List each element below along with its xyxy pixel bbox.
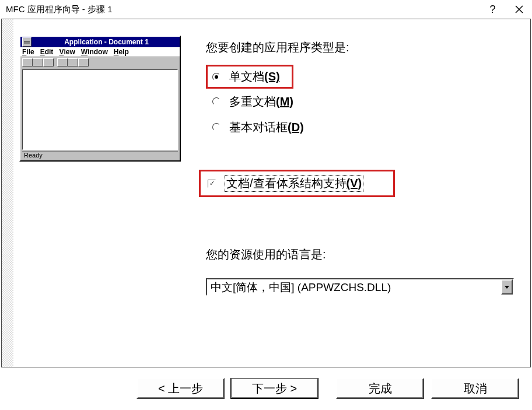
finish-button[interactable]: 完成 — [336, 378, 424, 399]
combobox-selected-text: 中文[简体，中国] (APPWZCHS.DLL) — [207, 279, 501, 295]
radio-multiple-documents[interactable]: 多重文档(M) — [206, 89, 304, 114]
titlebar: MFC 应用程序向导 - 步骤 1 ? — [0, 0, 532, 19]
preview-tool-button — [57, 58, 68, 66]
radio-label: 单文档(S) — [229, 69, 280, 85]
checkbox-label: 文档/查看体系结构支持(V) — [225, 175, 363, 192]
preview-tool-button — [43, 58, 54, 66]
preview-menu-file: File — [22, 47, 37, 57]
help-icon: ? — [489, 3, 495, 16]
apptype-question-label: 您要创建的应用程序类型是: — [206, 40, 349, 55]
svg-marker-2 — [505, 286, 509, 289]
close-icon — [515, 5, 523, 13]
preview-window-title: Application - Document 1 — [33, 38, 180, 46]
preview-tool-button — [22, 58, 33, 66]
radio-label: 基本对话框(D) — [229, 120, 304, 135]
preview-menu-window: Window — [81, 47, 111, 57]
wizard-button-bar: < 上一步 下一步 > 完成 取消 — [1, 368, 531, 409]
preview-status-text: Ready — [24, 152, 43, 159]
preview-menu-view: View — [59, 47, 78, 57]
preview-system-menu-icon — [22, 37, 32, 47]
preview-tool-button — [33, 58, 43, 66]
button-label: < 上一步 — [158, 381, 203, 397]
close-button[interactable] — [506, 0, 532, 19]
button-label: 完成 — [369, 381, 392, 397]
radio-icon — [212, 73, 220, 81]
window-title: MFC 应用程序向导 - 步骤 1 — [6, 4, 480, 15]
language-question-label: 您的资源使用的语言是: — [206, 247, 326, 262]
highlight-single-doc: 单文档(S) — [206, 65, 293, 89]
preview-menu-help: Help — [114, 47, 132, 57]
language-combobox[interactable]: 中文[简体，中国] (APPWZCHS.DLL) — [206, 278, 514, 296]
wizard-page: Application - Document 1 File Edit View … — [1, 19, 531, 367]
chevron-down-icon — [505, 286, 509, 289]
radio-dialog-based[interactable]: 基本对话框(D) — [206, 114, 304, 140]
checkbox-icon: ✓ — [208, 180, 216, 188]
radio-single-document[interactable]: 单文档(S) — [212, 69, 287, 85]
preview-menu-edit: Edit — [40, 47, 57, 57]
preview-menubar: File Edit View Window Help — [20, 47, 180, 57]
cancel-button[interactable]: 取消 — [431, 378, 519, 399]
preview-client-area — [22, 69, 178, 150]
button-label: 下一步 > — [252, 381, 297, 397]
nav-button-pair: < 上一步 下一步 > — [136, 378, 318, 399]
back-button[interactable]: < 上一步 — [136, 378, 225, 399]
preview-tool-button — [68, 58, 78, 66]
left-pattern-strip — [2, 19, 13, 367]
radio-icon — [212, 123, 220, 131]
highlight-docview-support: ✓ 文档/查看体系结构支持(V) — [199, 170, 395, 197]
next-button[interactable]: 下一步 > — [230, 378, 318, 399]
apptype-radio-group: 单文档(S) 多重文档(M) 基本对话框(D) — [206, 65, 304, 140]
preview-tool-button — [78, 58, 89, 66]
button-label: 取消 — [464, 381, 487, 397]
preview-titlebar: Application - Document 1 — [20, 37, 180, 47]
radio-icon — [212, 97, 220, 106]
preview-status-bar: Ready — [22, 151, 178, 159]
help-button[interactable]: ? — [480, 0, 506, 19]
preview-toolbar — [20, 57, 180, 68]
combobox-dropdown-button[interactable] — [501, 279, 513, 295]
radio-label: 多重文档(M) — [229, 94, 293, 110]
checkbox-docview-support[interactable]: ✓ 文档/查看体系结构支持(V) — [208, 175, 386, 192]
preview-sdi-window: Application - Document 1 File Edit View … — [19, 36, 181, 162]
